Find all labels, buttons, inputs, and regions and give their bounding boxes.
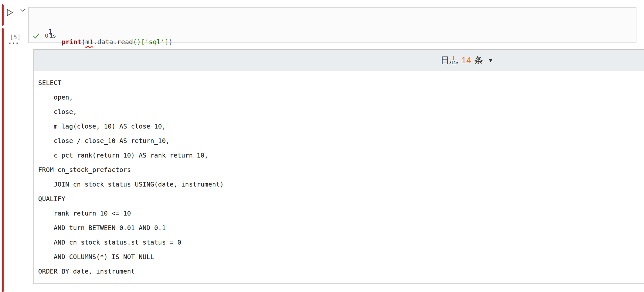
cell-output: 日志 14 条 ▼ SELECT open, close, m_lag(clos… [33, 49, 644, 284]
execution-count: [5] [10, 34, 21, 41]
caret-down-icon: ▼ [488, 57, 494, 64]
output-more-button[interactable] [9, 43, 18, 44]
chevron-down-icon[interactable] [20, 8, 25, 13]
cell-status-bar: 0.1s [29, 29, 636, 43]
play-icon[interactable] [6, 8, 14, 17]
log-label: 日志 [441, 54, 458, 66]
notebook-page: [5] 1 print(m1.data.read()['sql']) 0.1s … [0, 0, 644, 292]
log-toggle-button[interactable]: 日志 14 条 ▼ [441, 50, 494, 71]
success-check-icon [33, 32, 40, 40]
execution-duration: 0.1s [45, 33, 56, 39]
log-count-badge: 14 [461, 55, 471, 66]
code-cell: 1 print(m1.data.read()['sql']) 0.1s [28, 7, 636, 43]
output-header: 日志 14 条 ▼ [34, 50, 644, 71]
run-cell-button[interactable] [6, 8, 26, 17]
dot-icon [16, 43, 18, 44]
cell-focus-bar [2, 4, 4, 26]
code-editor-row: 1 print(m1.data.read()['sql']) [29, 15, 636, 26]
output-focus-bar [2, 28, 4, 292]
dot-icon [13, 43, 14, 44]
log-unit-label: 条 [474, 54, 483, 66]
sql-output-text: SELECT open, close, m_lag(close, 10) AS … [38, 71, 224, 279]
dot-icon [9, 43, 11, 44]
